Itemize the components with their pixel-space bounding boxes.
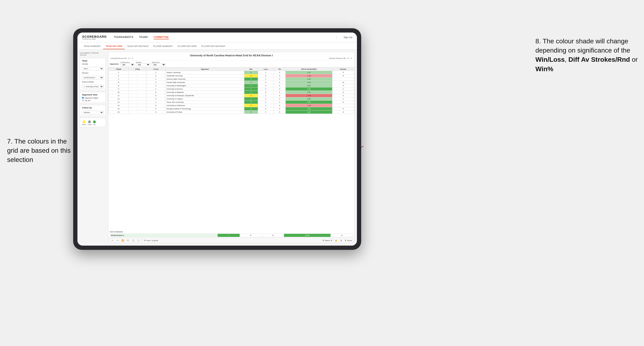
table-row: 14 - 6 University of Oklahoma 0 1 0 -1.0… (108, 104, 354, 107)
col-win: Win (244, 68, 258, 71)
conference-filter: Conference (All) (120, 61, 134, 66)
cell-diff: 5.56 (286, 101, 332, 104)
cell-rounds: 3 (332, 97, 354, 101)
cell-win: 1 (244, 87, 258, 91)
cell-reg: - (129, 97, 146, 101)
cell-loss: 0 (258, 101, 274, 104)
cell-reg: - (129, 71, 146, 74)
tablet-screen: SCOREBOARD Powered by clippd TOURNAMENTS… (78, 32, 357, 246)
cell-conf: 6 (146, 104, 166, 107)
conference-select[interactable]: (All) (120, 63, 134, 66)
cell-opponent: Arizona State University (166, 78, 244, 81)
col-rank: # Rank (108, 68, 129, 71)
nav-tournaments[interactable]: TOURNAMENTS (114, 35, 134, 39)
subnav-team-h2h-grid[interactable]: TEAM H2H GRID (103, 44, 125, 49)
legend-dot-down (82, 120, 86, 123)
cell-tie: 0 (274, 104, 286, 107)
cell-conf: 3 (146, 97, 166, 101)
cell-conf: 1 (146, 101, 166, 104)
thumbs-icon[interactable]: 👍 (334, 239, 338, 242)
out-div-tie: 0 (262, 234, 284, 237)
cell-rank: 11 (108, 94, 129, 97)
subnav-player-h2h-heatmap[interactable]: PLAYER H2H HEATMAP (199, 44, 228, 49)
legend-section: Down Level Up (80, 118, 106, 127)
bottom-toolbar: ↩ ↪ ⏩ ⧉ 📋 🕐 👁 View: Original 👁 Watch ▼ 👍… (108, 238, 354, 243)
colour-legend: Down Level Up (82, 120, 104, 125)
cell-win: 0 (244, 94, 258, 97)
cell-win: 3 (244, 111, 258, 114)
radio-top100[interactable]: Top 100 (82, 99, 104, 101)
table-row: 6 - 2 Florida State University 4 2 0 1.8… (108, 81, 354, 84)
clock-icon[interactable]: 🕐 (137, 239, 140, 242)
out-div-label: Out of division (110, 231, 353, 233)
team-label: Team (82, 60, 104, 62)
subnav-player-h2h-grid[interactable]: PLAYER H2H GRID (175, 44, 199, 49)
cell-win: 4 (244, 81, 258, 84)
cell-tie: 0 (274, 101, 286, 104)
redo-icon[interactable]: ↪ (116, 239, 119, 242)
cell-diff: 1.67 (286, 71, 332, 74)
sign-out-link[interactable]: Sign out (344, 36, 352, 39)
cell-opponent: University of Alabama (166, 91, 244, 94)
view-original-label[interactable]: 👁 View: Original (144, 239, 158, 242)
table-row: 12 - 3 University of Virginia 1 0 0 2.33… (108, 97, 354, 101)
legend-label-level: Level (88, 124, 92, 125)
cell-conf: 2 (146, 111, 166, 114)
cell-tie: 0 (274, 78, 286, 81)
colour-by-select[interactable]: Win/loss (82, 111, 104, 114)
out-div-loss: 0 (240, 234, 262, 237)
undo-icon[interactable]: ↩ (111, 239, 114, 242)
watch-label[interactable]: 👁 Watch ▼ (322, 239, 332, 242)
share-label[interactable]: ⬆ Share (345, 239, 352, 242)
cell-win: 3 (244, 101, 258, 104)
school-label: School (Rank) (82, 81, 104, 83)
school-select[interactable]: 1. University of Nort... (82, 85, 104, 88)
conference-filter-label: Conference (120, 61, 134, 63)
cell-rounds (332, 104, 354, 107)
cell-conf: 1 (146, 87, 166, 91)
cell-conf: 2 (146, 84, 166, 87)
cell-diff: 2.33 (286, 97, 332, 101)
table-row: 13 - 1 Texas Tech University 3 0 0 5.56 … (108, 101, 354, 104)
cell-win: 0 (244, 104, 258, 107)
cell-rounds: 8 (332, 91, 354, 94)
gender-select[interactable]: Men's (82, 67, 104, 70)
table-row: 9 - 1 University of Arizona 1 0 0 9.00 2 (108, 87, 354, 91)
cell-tie: 0 (274, 107, 286, 111)
cell-tie: 0 (274, 94, 286, 97)
opponent-select[interactable]: (All) (152, 63, 166, 66)
division-select[interactable]: NCAA Division I (82, 76, 104, 79)
cell-tie: 0 (274, 91, 286, 94)
col-conf: # Conf (146, 68, 166, 71)
table-row: 4 - 1 Arizona State University 5 1 0 2.2… (108, 78, 354, 81)
cell-rounds (332, 78, 354, 81)
cell-diff: 9.00 (286, 87, 332, 91)
cell-rounds: 8 (332, 74, 354, 78)
colour-by-label: Colour by (82, 107, 104, 109)
tablet-frame: SCOREBOARD Powered by clippd TOURNAMENTS… (73, 28, 361, 250)
radio-opponents-played[interactable]: Opponents Played (82, 97, 104, 99)
cell-conf: 4 (146, 107, 166, 111)
grid-icon[interactable]: ⊞ (340, 239, 343, 242)
cell-reg: - (129, 101, 146, 104)
grid-area: University of North Carolina Head-to-Hea… (108, 52, 354, 243)
nav-committee[interactable]: COMMITTEE (154, 35, 169, 39)
out-div-rounds: 3 (331, 234, 353, 237)
out-div-win: 1 (218, 234, 240, 237)
subnav-player-summary[interactable]: PLAYER SUMMARY (151, 44, 175, 49)
subnav-team-h2h-heatmap[interactable]: TEAM H2H HEATMAP (125, 44, 151, 49)
legend-dot-level (88, 120, 91, 123)
copy-icon[interactable]: ⧉ (126, 239, 130, 242)
cell-win: 2 (244, 71, 258, 74)
cell-diff: -2.29 (286, 74, 332, 78)
overall-record: Overall Record: 89 - 17 - 0 (111, 57, 133, 59)
subnav-team-summary[interactable]: TEAM SUMMARY (81, 44, 103, 49)
paste-icon[interactable]: 📋 (132, 239, 135, 242)
cell-loss: 1 (258, 111, 274, 114)
nav-teams[interactable]: TEAMS (139, 35, 148, 39)
cell-win: 0 (244, 74, 258, 78)
step-forward-icon[interactable]: ⏩ (121, 239, 124, 242)
region-select[interactable]: (All) (136, 63, 150, 66)
cell-loss: 1 (258, 71, 274, 74)
logo-text: SCOREBOARD (82, 35, 107, 38)
